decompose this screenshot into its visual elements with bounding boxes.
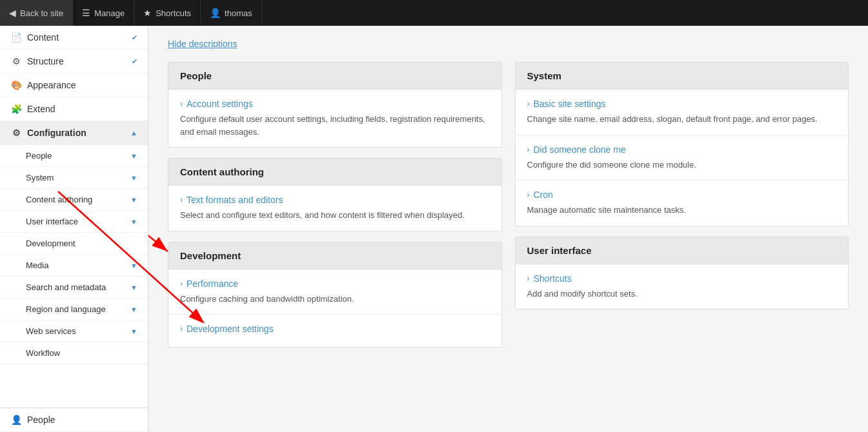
basic-site-link[interactable]: › Basic site settings: [527, 99, 837, 109]
performance-label: Performance: [187, 279, 238, 289]
back-to-site-label: Back to site: [20, 8, 63, 18]
shortcuts-link[interactable]: › Shortcuts: [527, 273, 837, 284]
sidebar-sub-region-language[interactable]: Region and language ▼: [0, 299, 148, 320]
cron-label: Cron: [534, 190, 553, 200]
cron-chevron: ›: [527, 190, 530, 199]
dev-settings-link[interactable]: › Development settings: [180, 324, 490, 334]
extend-icon: 🧩: [10, 104, 22, 114]
sidebar-item-extend[interactable]: 🧩 Extend: [0, 97, 148, 121]
sidebar-item-configuration[interactable]: ⚙ Configuration ▲: [0, 121, 148, 145]
section-user-interface-body: › Shortcuts Add and modify shortcut sets…: [516, 264, 849, 309]
sidebar-item-content[interactable]: 📄 Content ✔: [0, 26, 148, 50]
sidebar-sub-web-services[interactable]: Web services ▼: [0, 320, 148, 342]
sidebar-item-people-bottom[interactable]: 👤 People: [0, 407, 148, 432]
sidebar-sub-user-interface[interactable]: User interface ▼: [0, 211, 148, 233]
structure-icon: ⚙: [10, 56, 22, 66]
clone-desc: Configure the did someone clone me modul…: [527, 159, 837, 172]
sidebar-sub-search-metadata[interactable]: Search and metadata ▼: [0, 277, 148, 299]
text-formats-desc: Select and configure text editors, and h…: [180, 209, 490, 222]
account-settings-chevron: ›: [180, 99, 183, 108]
sidebar-sub-media[interactable]: Media ▼: [0, 255, 148, 277]
sub-region-language-label: Region and language: [26, 304, 106, 314]
section-user-interface-header: User interface: [516, 237, 849, 264]
user-button[interactable]: 👤 thomas: [201, 0, 262, 26]
account-settings-link[interactable]: › Account settings: [180, 99, 490, 109]
layout: 📄 Content ✔ ⚙ Structure ✔ 🎨 Appearance 🧩…: [0, 26, 868, 432]
left-column: People › Account settings Configure defa…: [168, 62, 502, 358]
section-system-header: System: [516, 63, 849, 90]
sub-workflow-label: Workflow: [26, 348, 60, 358]
clone-link[interactable]: › Did someone clone me: [527, 144, 837, 155]
sub-web-services-label: Web services: [26, 326, 76, 336]
manage-button[interactable]: ☰ Manage: [73, 0, 134, 26]
sub-user-interface-label: User interface: [26, 217, 78, 226]
section-people-body: › Account settings Configure default use…: [168, 90, 501, 147]
cron-link[interactable]: › Cron: [527, 190, 837, 200]
configuration-icon: ⚙: [10, 128, 22, 138]
sidebar-item-appearance[interactable]: 🎨 Appearance: [0, 74, 148, 97]
content-expand-icon: ✔: [132, 34, 137, 42]
section-item-clone: › Did someone clone me Configure the did…: [516, 135, 849, 181]
sidebar-sub-content-authoring[interactable]: Content authoring ▼: [0, 189, 148, 211]
shortcuts-label: Shortcuts: [534, 273, 572, 284]
top-bar: ◀ Back to site ☰ Manage ★ Shortcuts 👤 th…: [0, 0, 868, 26]
sidebar-sub-development[interactable]: Development: [0, 233, 148, 255]
section-item-dev-settings: › Development settings: [168, 315, 501, 347]
section-content-authoring: Content authoring › Text formats and edi…: [168, 158, 502, 231]
sidebar-item-structure[interactable]: ⚙ Structure ✔: [0, 50, 148, 74]
sub-search-metadata-label: Search and metadata: [26, 282, 106, 292]
section-item-cron: › Cron Manage automatic site maintenance…: [516, 181, 849, 226]
sub-user-interface-arrow: ▼: [130, 218, 137, 226]
sidebar-sub-system[interactable]: System ▼: [0, 167, 148, 189]
section-development-header: Development: [168, 242, 501, 270]
text-formats-chevron: ›: [180, 195, 183, 204]
section-item-shortcuts: › Shortcuts Add and modify shortcut sets…: [516, 264, 849, 309]
sub-people-arrow: ▼: [130, 152, 137, 160]
sub-web-services-arrow: ▼: [130, 328, 137, 335]
sub-content-authoring-arrow: ▼: [130, 196, 137, 204]
manage-icon: ☰: [82, 8, 90, 18]
structure-expand-icon: ✔: [132, 57, 137, 66]
section-system-body: › Basic site settings Change site name, …: [516, 90, 849, 226]
sub-media-arrow: ▼: [130, 262, 137, 270]
text-formats-link[interactable]: › Text formats and editors: [180, 195, 490, 205]
manage-label: Manage: [94, 8, 125, 18]
content-columns: People › Account settings Configure defa…: [168, 62, 849, 358]
section-item-performance: › Performance Configure caching and band…: [168, 270, 501, 315]
sidebar-appearance-label: Appearance: [27, 80, 76, 90]
cron-desc: Manage automatic site maintenance tasks.: [527, 204, 837, 217]
clone-label: Did someone clone me: [534, 144, 626, 155]
star-icon: ★: [143, 8, 152, 18]
sidebar-configuration-label: Configuration: [27, 128, 86, 138]
basic-site-chevron: ›: [527, 99, 530, 108]
section-user-interface: User interface › Shortcuts Add and modif…: [515, 237, 849, 310]
appearance-icon: 🎨: [10, 80, 22, 90]
sidebar-sub-people[interactable]: People ▼: [0, 145, 148, 167]
performance-link[interactable]: › Performance: [180, 279, 490, 289]
section-content-authoring-body: › Text formats and editors Select and co…: [168, 186, 501, 231]
clone-chevron: ›: [527, 145, 530, 154]
shortcuts-button[interactable]: ★ Shortcuts: [134, 0, 201, 26]
sub-media-label: Media: [26, 260, 48, 270]
people-bottom-icon: 👤: [10, 415, 22, 425]
shortcuts-chevron: ›: [527, 274, 530, 283]
content-icon: 📄: [10, 32, 22, 43]
account-settings-desc: Configure default user account settings,…: [180, 113, 490, 138]
sub-development-label: Development: [26, 239, 76, 248]
section-item-basic-site: › Basic site settings Change site name, …: [516, 90, 849, 135]
section-item-account-settings: › Account settings Configure default use…: [168, 90, 501, 147]
user-label: thomas: [225, 8, 252, 18]
section-item-text-formats: › Text formats and editors Select and co…: [168, 186, 501, 231]
sub-region-language-arrow: ▼: [130, 306, 137, 313]
section-content-authoring-header: Content authoring: [168, 159, 501, 186]
hide-descriptions-link[interactable]: Hide descriptions: [168, 39, 237, 49]
back-to-site[interactable]: ◀ Back to site: [0, 0, 73, 26]
svg-line-1: [148, 142, 168, 251]
sub-search-metadata-arrow: ▼: [130, 284, 137, 291]
main-content: Hide descriptions People: [148, 26, 868, 432]
dev-settings-label: Development settings: [187, 324, 274, 334]
dev-settings-chevron: ›: [180, 324, 183, 333]
section-people: People › Account settings Configure defa…: [168, 62, 502, 148]
sidebar-sub-workflow[interactable]: Workflow: [0, 342, 148, 364]
sidebar-structure-label: Structure: [27, 56, 64, 66]
